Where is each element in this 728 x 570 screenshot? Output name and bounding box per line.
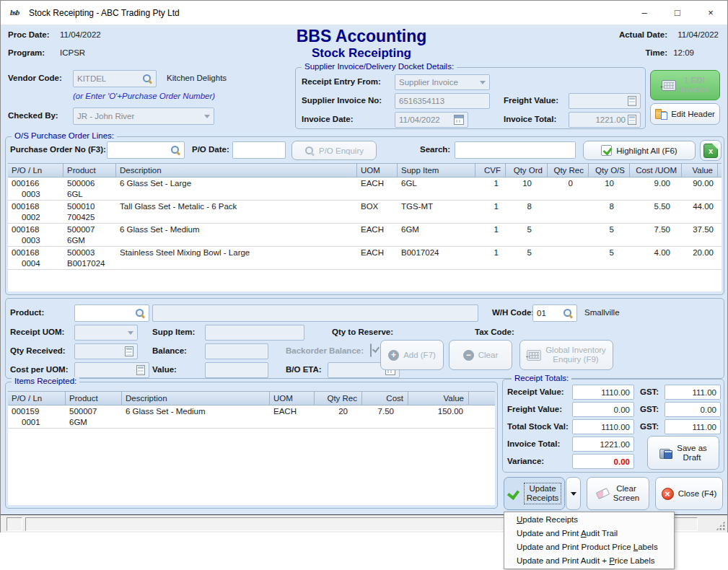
cost-per-uom-input[interactable]	[74, 362, 149, 378]
po-cell-product: 5000066GL	[63, 177, 116, 200]
search-icon[interactable]	[563, 308, 573, 318]
items-row[interactable]: 00015900015000076GM6 Glass Set - MediumE…	[8, 405, 495, 429]
edit-header-button[interactable]: Edit Header	[650, 103, 720, 125]
po-no-input[interactable]	[107, 141, 185, 159]
total-stock-text: 1110.00	[601, 423, 630, 431]
po-line-row[interactable]: 00016800035000076GM6 Glass Set - MediumE…	[8, 224, 722, 247]
po-column-header[interactable]: Qty O/S	[589, 164, 630, 177]
po-column-header[interactable]: Description	[116, 164, 357, 177]
menu-item[interactable]: Update Receipts	[504, 513, 674, 527]
invoice-total-field[interactable]: 1221.00	[569, 112, 641, 128]
calculator-icon[interactable]	[136, 365, 145, 375]
po-cell-qty-os: 5	[589, 224, 630, 246]
screen-title: Stock Receipting	[239, 46, 484, 61]
minimize-button[interactable]: –	[628, 1, 661, 25]
checked-by-label: Checked By:	[8, 111, 58, 120]
calculator-icon[interactable]	[628, 96, 636, 106]
po-column-header[interactable]: Supp Item	[398, 164, 475, 177]
po-column-header[interactable]: Cost /UOM	[630, 164, 682, 177]
po-lines-title: O/S Purchase Order Lines:	[12, 131, 117, 140]
items-column-header[interactable]: Cost	[362, 392, 408, 405]
items-column-header[interactable]: Description	[122, 392, 270, 405]
po-enquiry-button[interactable]: P/O Enquiry	[291, 141, 377, 160]
backorder-checkbox[interactable]	[370, 343, 372, 357]
po-column-header[interactable]: Value	[682, 164, 718, 177]
po-cell-uom: BOX	[357, 201, 398, 223]
search-input[interactable]	[455, 141, 576, 159]
entry-panel: Product: W/H Code: 01 Smallville Receipt…	[5, 298, 724, 379]
po-column-header[interactable]: Qty Rec	[548, 164, 589, 177]
po-table-body: 00016600035000066GL6 Glass Set - LargeEA…	[8, 177, 722, 291]
calculator-icon[interactable]	[628, 115, 636, 125]
menu-item[interactable]: Update and Print Product Price Labels	[504, 540, 674, 554]
receipt-value-field: 1110.00	[572, 385, 634, 400]
invoice-date-text: 11/04/2022	[399, 115, 452, 124]
excel-icon	[703, 144, 718, 158]
edit-header-label: Edit Header	[671, 110, 715, 118]
clear-button[interactable]: − Clear	[449, 340, 512, 370]
maximize-button[interactable]: □	[661, 1, 694, 25]
save-as-draft-button[interactable]: Save asDraft	[647, 436, 719, 470]
chevron-down-icon	[204, 115, 210, 118]
items-column-header[interactable]: Qty Rec	[315, 392, 362, 405]
product-description-field	[152, 304, 478, 322]
po-cell-qty-ord: 5	[506, 247, 548, 269]
items-column-header[interactable]: P/O / Ln	[8, 392, 66, 405]
receipt-totals-title: Receipt Totals:	[512, 374, 571, 382]
search-icon[interactable]	[135, 308, 145, 318]
resize-grip[interactable]	[716, 521, 725, 530]
invoice-date-field[interactable]: 11/04/2022	[395, 112, 468, 128]
wh-code-input[interactable]: 01	[532, 304, 577, 322]
po-cell-cvf: 1	[475, 177, 506, 200]
vendor-search-icon[interactable]	[142, 74, 152, 84]
supplier-invoice-no-field[interactable]: 6516354113	[395, 93, 490, 109]
bo-eta-label: B/O ETA:	[286, 365, 322, 374]
po-column-header[interactable]: UOM	[357, 164, 398, 177]
po-column-header[interactable]: CVF	[475, 164, 506, 177]
plus-circle-icon: +	[388, 350, 399, 361]
items-column-header[interactable]: UOM	[270, 392, 315, 405]
title-bar: Stock Receipting - ABC Trading Pty Ltd –…	[1, 1, 727, 25]
po-column-header[interactable]: Product	[63, 164, 116, 177]
add-button[interactable]: + Add (F7)	[380, 340, 444, 370]
po-cell-cvf: 1	[475, 224, 506, 246]
product-input[interactable]	[74, 304, 149, 322]
update-line1: Update	[529, 484, 556, 493]
search-icon[interactable]	[170, 145, 180, 155]
close-button-label: Close (F4)	[678, 489, 717, 498]
po-line-row[interactable]: 00016600035000066GL6 Glass Set - LargeEA…	[8, 177, 722, 201]
po-date-input[interactable]	[232, 141, 286, 159]
close-button[interactable]: Close (F4)	[655, 477, 723, 510]
vendor-code-field[interactable]: KITDEL	[73, 70, 157, 87]
global-inventory-button[interactable]: Global InventoryEnquiry (F9)	[519, 340, 613, 370]
export-excel-button[interactable]	[700, 140, 722, 161]
freight-value-label: Freight Value:	[504, 96, 558, 105]
calendar-icon[interactable]	[454, 115, 464, 125]
items-receipted-title: Items Receipted:	[12, 377, 79, 385]
supp-item-input[interactable]	[205, 325, 304, 341]
items-column-header[interactable]: Value	[408, 392, 469, 405]
checked-by-select[interactable]: JR - John River	[73, 108, 214, 125]
freight-value-field[interactable]	[569, 93, 641, 109]
items-column-header[interactable]: Product	[66, 392, 122, 405]
search-label: Search:	[420, 145, 450, 154]
qty-received-input[interactable]	[74, 343, 138, 359]
receipt-entry-from-select[interactable]: Supplier Invoice	[395, 74, 490, 90]
menu-item[interactable]: Update and Print Audit Trail	[504, 527, 674, 540]
update-receipts-dropdown-button[interactable]	[566, 477, 581, 510]
edi-invoice-button[interactable]: 1 EDIInvoice	[650, 70, 720, 100]
highlight-all-button[interactable]: Highlight All (F6)	[583, 141, 696, 160]
po-column-header[interactable]: P/O / Ln	[8, 164, 63, 177]
items-cell-uom: EACH	[270, 405, 315, 428]
calculator-icon[interactable]	[125, 346, 133, 356]
po-line-row[interactable]: 0001680002500010700425Tall Glass Set - M…	[8, 201, 722, 224]
po-line-row[interactable]: 0001680004500003B0017024Stainless Steel …	[8, 247, 722, 270]
po-column-header[interactable]: Qty Ord	[506, 164, 548, 177]
receipt-uom-select[interactable]	[74, 325, 138, 341]
update-receipts-button[interactable]: UpdateReceipts	[504, 477, 565, 510]
po-cell-qty-rec: 0	[548, 177, 589, 200]
close-window-button[interactable]: ×	[694, 1, 727, 25]
supplier-invoice-no-text: 6516354113	[399, 97, 444, 105]
clear-screen-button[interactable]: ClearScreen	[587, 477, 649, 510]
menu-item[interactable]: Update and Print Audit + Price Labels	[504, 554, 674, 568]
